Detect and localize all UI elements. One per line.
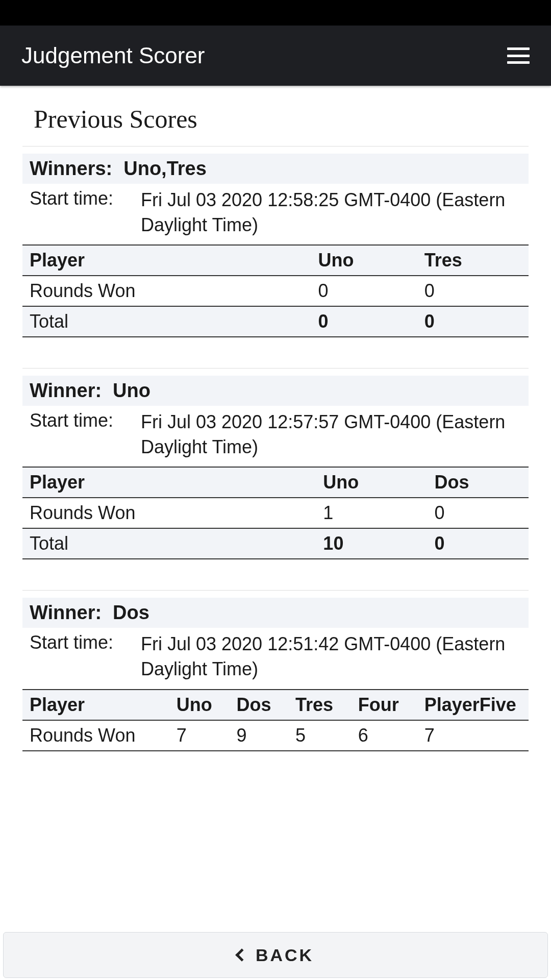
player-name: Uno [169, 690, 230, 720]
rounds-won-label: Rounds Won [22, 276, 311, 306]
winners-row: Winner: Uno [22, 376, 529, 406]
back-button[interactable]: BACK [3, 932, 548, 978]
rounds-won-value: 0 [428, 498, 529, 528]
rounds-won-row: Rounds Won 1 0 [22, 498, 529, 528]
winners-label: Winner: [30, 602, 102, 624]
page-title: Previous Scores [34, 104, 529, 134]
bottom-bar: BACK [0, 929, 551, 980]
app-header: Judgement Scorer [0, 26, 551, 86]
player-header: Player [22, 245, 311, 276]
start-time-row: Start time: Fri Jul 03 2020 12:58:25 GMT… [22, 184, 529, 241]
rounds-won-value: 7 [169, 720, 230, 751]
winners-value: Uno [113, 380, 151, 402]
player-name: Uno [316, 467, 427, 498]
winners-row: Winner: Dos [22, 598, 529, 628]
start-time-label: Start time: [30, 632, 121, 681]
table-header-row: Player Uno Tres [22, 245, 529, 276]
game-block: Winner: Dos Start time: Fri Jul 03 2020 … [22, 598, 529, 751]
rounds-won-value: 0 [417, 276, 529, 306]
score-table: Player Uno Dos Tres Four PlayerFive Roun… [22, 689, 529, 751]
rounds-won-row: Rounds Won 0 0 [22, 276, 529, 306]
rounds-won-row: Rounds Won 7 9 5 6 7 [22, 720, 529, 751]
player-name: Dos [230, 690, 289, 720]
winners-label: Winners: [30, 158, 112, 180]
start-time-value: Fri Jul 03 2020 12:51:42 GMT-0400 (Easte… [141, 632, 521, 681]
winners-label: Winner: [30, 380, 102, 402]
player-name: Four [351, 690, 417, 720]
winners-row: Winners: Uno,Tres [22, 154, 529, 184]
start-time-value: Fri Jul 03 2020 12:57:57 GMT-0400 (Easte… [141, 410, 521, 459]
table-header-row: Player Uno Dos Tres Four PlayerFive [22, 690, 529, 720]
rounds-won-value: 6 [351, 720, 417, 751]
player-header: Player [22, 467, 316, 498]
rounds-won-label: Rounds Won [22, 498, 316, 528]
rounds-won-value: 7 [417, 720, 529, 751]
total-value: 0 [428, 528, 529, 559]
winners-value: Dos [113, 602, 149, 624]
player-name: Dos [428, 467, 529, 498]
rounds-won-value: 9 [230, 720, 289, 751]
total-label: Total [22, 306, 311, 337]
score-table: Player Uno Dos Rounds Won 1 0 Total 10 0 [22, 467, 529, 559]
chevron-left-icon [235, 948, 248, 961]
rounds-won-value: 1 [316, 498, 427, 528]
title-divider [22, 146, 529, 146]
player-name: Uno [311, 245, 417, 276]
total-value: 0 [417, 306, 529, 337]
game-divider [22, 368, 529, 369]
start-time-value: Fri Jul 03 2020 12:58:25 GMT-0400 (Easte… [141, 188, 521, 237]
player-header: Player [22, 690, 169, 720]
total-row: Total 0 0 [22, 306, 529, 337]
game-block: Winners: Uno,Tres Start time: Fri Jul 03… [22, 154, 529, 337]
app-title: Judgement Scorer [21, 43, 205, 68]
start-time-row: Start time: Fri Jul 03 2020 12:57:57 GMT… [22, 406, 529, 463]
table-header-row: Player Uno Dos [22, 467, 529, 498]
player-name: Tres [288, 690, 351, 720]
rounds-won-value: 5 [288, 720, 351, 751]
player-name: PlayerFive [417, 690, 529, 720]
game-divider [22, 590, 529, 591]
start-time-label: Start time: [30, 410, 121, 459]
back-button-label: BACK [256, 945, 314, 965]
rounds-won-label: Rounds Won [22, 720, 169, 751]
content-area: Previous Scores Winners: Uno,Tres Start … [0, 86, 551, 929]
total-row: Total 10 0 [22, 528, 529, 559]
score-table: Player Uno Tres Rounds Won 0 0 Total 0 0 [22, 244, 529, 337]
total-value: 10 [316, 528, 427, 559]
hamburger-menu-icon[interactable] [507, 47, 530, 64]
winners-value: Uno,Tres [123, 158, 207, 180]
start-time-label: Start time: [30, 188, 121, 237]
game-block: Winner: Uno Start time: Fri Jul 03 2020 … [22, 376, 529, 559]
total-label: Total [22, 528, 316, 559]
total-value: 0 [311, 306, 417, 337]
status-bar [0, 0, 551, 26]
player-name: Tres [417, 245, 529, 276]
rounds-won-value: 0 [311, 276, 417, 306]
start-time-row: Start time: Fri Jul 03 2020 12:51:42 GMT… [22, 628, 529, 685]
